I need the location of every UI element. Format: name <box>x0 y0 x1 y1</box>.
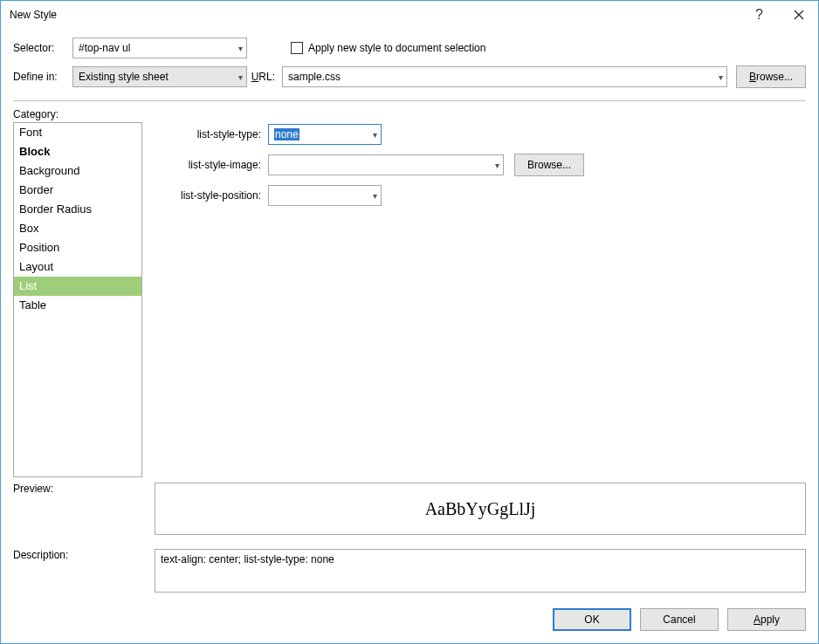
titlebar: New Style ? <box>1 1 818 29</box>
preview-sample-text: AaBbYyGgLlJj <box>425 499 536 519</box>
chevron-down-icon: ▾ <box>719 72 723 82</box>
list-style-type-label: list-style-type: <box>155 128 268 140</box>
browse-image-button[interactable]: Browse... <box>514 154 584 176</box>
cancel-button[interactable]: Cancel <box>640 608 719 631</box>
list-style-position-combo[interactable]: ▾ <box>268 185 382 206</box>
category-item[interactable]: Block <box>14 142 141 161</box>
apply-button[interactable]: Apply <box>727 608 806 631</box>
category-item[interactable]: Layout <box>14 257 141 277</box>
define-in-value: Existing style sheet <box>79 71 169 83</box>
selector-value: #top-nav ul <box>79 42 130 54</box>
chevron-down-icon: ▾ <box>238 72 243 82</box>
url-label: URL: <box>247 71 282 83</box>
help-button[interactable]: ? <box>740 1 779 29</box>
list-style-type-combo[interactable]: none ▾ <box>268 124 382 145</box>
url-value: sample.css <box>288 71 341 83</box>
apply-selection-checkbox[interactable] <box>291 42 303 54</box>
new-style-dialog: New Style ? Selector: #top-nav ul ▾ Appl… <box>0 0 819 644</box>
category-item[interactable]: Border <box>14 181 141 200</box>
divider <box>13 100 806 101</box>
category-item[interactable]: Border Radius <box>14 200 141 219</box>
selector-combo[interactable]: #top-nav ul ▾ <box>72 38 247 58</box>
category-label: Category: <box>13 108 142 120</box>
category-item[interactable]: Position <box>14 238 141 257</box>
apply-selection-label: Apply new style to document selection <box>308 42 485 54</box>
category-listbox[interactable]: FontBlockBackgroundBorderBorder RadiusBo… <box>13 122 142 477</box>
window-title: New Style <box>10 9 740 21</box>
description-text: text-align: center; list-style-type: non… <box>161 553 334 565</box>
list-style-image-combo[interactable]: ▾ <box>268 154 504 175</box>
category-item[interactable]: List <box>14 277 141 296</box>
category-item[interactable]: Font <box>14 123 141 142</box>
description-box: text-align: center; list-style-type: non… <box>155 549 806 593</box>
category-item[interactable]: Box <box>14 219 141 238</box>
define-in-label: Define in: <box>13 71 72 83</box>
description-label: Description: <box>13 549 142 593</box>
preview-label: Preview: <box>13 483 142 535</box>
ok-button[interactable]: OK <box>553 608 631 631</box>
chevron-down-icon: ▾ <box>238 44 243 53</box>
chevron-down-icon: ▾ <box>373 130 377 140</box>
category-item[interactable]: Table <box>14 296 141 315</box>
list-style-type-value: none <box>274 128 299 140</box>
browse-url-button[interactable]: Browse... <box>736 65 806 88</box>
define-in-combo[interactable]: Existing style sheet ▾ <box>72 66 247 87</box>
selector-label: Selector: <box>13 42 72 54</box>
preview-box: AaBbYyGgLlJj <box>155 483 806 535</box>
chevron-down-icon: ▾ <box>495 161 499 170</box>
list-style-image-label: list-style-image: <box>155 159 268 171</box>
url-combo[interactable]: sample.css ▾ <box>282 66 727 87</box>
chevron-down-icon: ▾ <box>373 191 377 201</box>
dialog-footer: OK Cancel Apply <box>1 598 818 643</box>
category-item[interactable]: Background <box>14 161 141 181</box>
list-style-position-label: list-style-position: <box>155 189 268 202</box>
close-button[interactable] <box>779 1 818 29</box>
